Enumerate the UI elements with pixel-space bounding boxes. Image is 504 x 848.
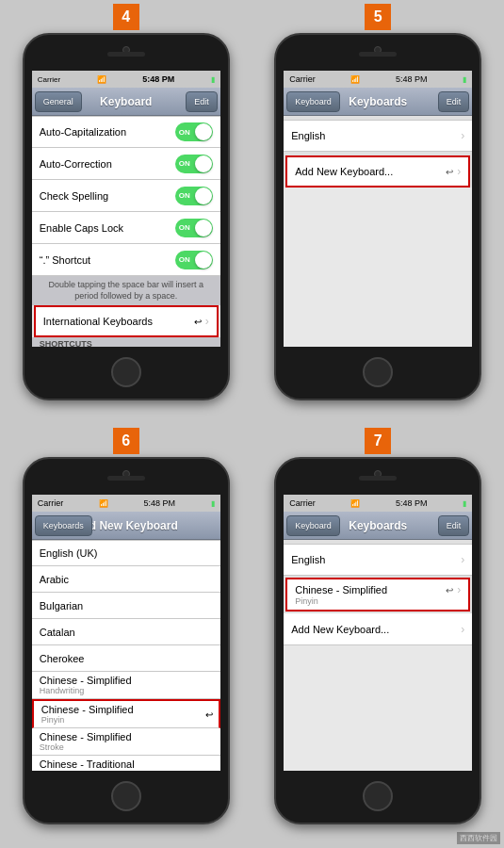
screen-6: Carrier 📶 5:48 PM ▮ Keyboards Add New Ke… [32,495,220,771]
chinese-simp-stroke-label: Chinese - Simplified [40,731,213,742]
cherokee-item[interactable]: Cherokee [32,645,220,672]
caps-lock-label: Enable Caps Lock [40,222,171,234]
iphone-6: Carrier 📶 5:48 PM ▮ Keyboards Add New Ke… [23,457,230,824]
intl-keyboards-row[interactable]: International Keyboards ↩ › [34,305,219,337]
screen-7: Carrier 📶 5:48 PM ▮ Keyboard Keyboards E… [284,495,472,771]
note-text-4: Double tapping the space bar will insert… [32,276,220,305]
time-5: 5:48 PM [396,74,428,84]
english-uk-item[interactable]: English (UK) [32,540,220,566]
nav-title-7: Keyboards [349,519,407,532]
catalan-label: Catalan [40,627,213,638]
chinese-simp-sub-7: Pinyin [295,596,461,606]
settings-list-4: Auto-Capitalization ON Auto-Correction O… [32,116,220,276]
period-shortcut-row[interactable]: “.” Shortcut ON [32,244,220,276]
chinese-simp-pinyin-sub: Pinyin [41,715,211,725]
status-bar-5: Carrier 📶 5:48 PM ▮ [284,71,472,88]
chinese-simp-pinyin-label: Chinese - Simplified [41,704,211,715]
add-new-list-6: English (UK) Arabic Bulgarian Catalan Ch… [32,540,220,771]
chinese-simp-label-7: Chinese - Simplified [295,584,446,595]
english-item-7[interactable]: English › [284,544,472,576]
chinese-trad-handwriting-sub: Handwriting [40,770,213,771]
edit-btn-7[interactable]: Edit [438,515,470,536]
edit-btn-5[interactable]: Edit [438,91,470,112]
add-keyboard-row-5[interactable]: Add New Keyboard... ↩ › [285,155,470,188]
caps-lock-row[interactable]: Enable Caps Lock ON [32,212,220,244]
status-bar-7: Carrier 📶 5:48 PM ▮ [284,495,472,512]
shortcuts-header: Shortcuts [32,337,220,347]
catalan-item[interactable]: Catalan [32,619,220,645]
chinese-trad-handwriting-item[interactable]: Chinese - Traditional Handwriting [32,756,220,771]
auto-correct-row[interactable]: Auto-Correction ON [32,148,220,180]
check-spell-label: Check Spelling [40,190,171,202]
step-badge-4: 4 [113,4,139,30]
add-keyboard-label-5: Add New Keyboard... [295,166,446,177]
chinese-simp-stroke-item[interactable]: Chinese - Simplified Stroke [32,728,220,756]
chinese-simp-handwriting-sub: Handwriting [40,686,213,695]
nav-bar-5: Keyboard Keyboards Edit [284,88,472,116]
home-btn-5[interactable] [363,357,393,387]
period-shortcut-label: “.” Shortcut [40,254,171,266]
home-btn-7[interactable] [363,781,393,811]
auto-cap-row[interactable]: Auto-Capitalization ON [32,116,220,148]
arabic-item[interactable]: Arabic [32,566,220,593]
english-chevron-7: › [461,553,464,566]
back-btn-4[interactable]: General [35,91,82,112]
auto-correct-toggle[interactable]: ON [175,155,213,173]
caps-lock-toggle[interactable]: ON [175,219,213,237]
chinese-simp-stroke-sub: Stroke [40,742,213,752]
chinese-simp-handwriting-label: Chinese - Simplified [40,675,213,686]
screen-5: Carrier 📶 5:48 PM ▮ Keyboard Keyboards E… [284,71,472,347]
auto-cap-toggle[interactable]: ON [175,122,213,141]
chinese-simp-row-7[interactable]: Chinese - Simplified ↩ › Pinyin [285,578,470,612]
iphone-5: Carrier 📶 5:48 PM ▮ Keyboard Keyboards E… [274,33,481,400]
nav-bar-7: Keyboard Keyboards Edit [284,512,472,540]
carrier-7: Carrier [289,498,316,508]
back-btn-7[interactable]: Keyboard [286,515,340,536]
english-chevron-5: › [461,129,464,142]
chinese-simp-pinyin-item[interactable]: Chinese - Simplified Pinyin ↩ [32,699,220,728]
iphone-7: Carrier 📶 5:48 PM ▮ Keyboard Keyboards E… [274,457,481,824]
home-btn-4[interactable] [111,357,141,387]
status-bar-4: Carrier 📶 5:48 PM ▮ [32,71,220,88]
quadrant-7: 7 Carrier 📶 5:48 PM ▮ Keyboard Keyboards… [252,424,505,848]
speaker-6 [107,476,145,481]
nav-title-4: Keyboard [100,95,152,108]
edit-btn-4[interactable]: Edit [186,91,218,112]
add-new-keyboard-chevron-7: › [461,623,464,636]
cherokee-label: Cherokee [40,653,213,664]
quadrant-6: 6 Carrier 📶 5:48 PM ▮ Keyboards Add New … [0,424,252,848]
bulgarian-item[interactable]: Bulgarian [32,593,220,619]
status-bar-6: Carrier 📶 5:48 PM ▮ [32,495,220,512]
bulgarian-label: Bulgarian [40,600,213,612]
chinese-simp-handwriting-item[interactable]: Chinese - Simplified Handwriting [32,672,220,699]
time-7: 5:48 PM [396,498,428,508]
chinese-simp-chevron-7: › [457,583,461,596]
quadrant-4: 4 Carrier 📶 5:48 PM ▮ General Keyboard E… [0,0,252,424]
step-badge-5: 5 [365,4,391,30]
speaker-7 [359,476,397,481]
check-spell-toggle[interactable]: ON [175,187,213,205]
step-badge-6: 6 [113,428,139,454]
screen-4: Carrier 📶 5:48 PM ▮ General Keyboard Edi… [32,71,220,347]
carrier-5: Carrier [289,74,316,84]
step-badge-7: 7 [365,428,391,454]
speaker-5 [359,52,397,57]
add-keyboard-chevron-5: › [457,165,461,178]
iphone-4: Carrier 📶 5:48 PM ▮ General Keyboard Edi… [23,33,230,400]
intl-keyboards-chevron: › [205,315,209,328]
nav-title-5: Keyboards [349,95,407,108]
time-4: 5:48 PM [142,74,174,84]
add-new-keyboard-item-7[interactable]: Add New Keyboard... › [284,613,472,645]
time-6: 5:48 PM [144,498,176,508]
period-shortcut-toggle[interactable]: ON [175,251,213,269]
auto-cap-label: Auto-Capitalization [40,126,171,138]
english-item-5[interactable]: English › [284,120,472,152]
home-btn-6[interactable] [111,781,141,811]
back-btn-5[interactable]: Keyboard [286,91,340,112]
check-spell-row[interactable]: Check Spelling ON [32,180,220,212]
chinese-trad-handwriting-label: Chinese - Traditional [40,758,213,770]
carrier-4: Carrier [38,75,60,84]
nav-bar-4: General Keyboard Edit [32,88,220,116]
auto-correct-label: Auto-Correction [40,158,171,170]
back-btn-6[interactable]: Keyboards [35,515,92,536]
